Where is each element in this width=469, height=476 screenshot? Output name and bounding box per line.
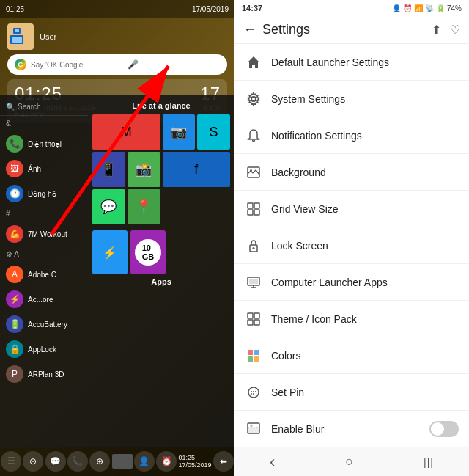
- list-item-photos[interactable]: 🖼 Ảnh: [0, 156, 88, 181]
- settings-item-theme-icon-pack[interactable]: Theme / Icon Pack: [234, 301, 469, 337]
- list-item-clock[interactable]: 🕐 Đồng hồ: [0, 181, 88, 206]
- search-icon: 🔍: [6, 103, 15, 111]
- notification-settings-label: Notification Settings: [271, 130, 459, 142]
- app-icon: 💪: [6, 225, 23, 243]
- person-icon[interactable]: 👤: [134, 451, 155, 472]
- svg-point-14: [253, 247, 255, 249]
- share-button[interactable]: ⬆: [432, 23, 441, 37]
- app-drawer: 🔍 Search & 📞 Điện thoại 🖼 Ảnh 🕐 Đồng hồ …: [0, 95, 234, 447]
- tile-photos[interactable]: 📸: [128, 152, 160, 187]
- svg-rect-12: [254, 210, 259, 215]
- app-name: 7M Workout: [28, 230, 67, 238]
- app-list: 🔍 Search & 📞 Điện thoại 🖼 Ảnh 🕐 Đồng hồ …: [0, 95, 88, 447]
- left-panel: 01:25 17/05/2019 User G Say 'OK Google' …: [0, 0, 234, 476]
- favorite-button[interactable]: ♡: [450, 23, 460, 37]
- tile-facebook[interactable]: f: [163, 152, 231, 187]
- app-icon: 🔒: [6, 340, 23, 358]
- search-bar[interactable]: G Say 'OK Google' 🎤: [7, 54, 227, 75]
- apps-label: Apps: [91, 274, 232, 289]
- enable-blur-toggle[interactable]: [429, 421, 459, 437]
- background-icon: [245, 164, 262, 181]
- app-icon: 🖼: [6, 160, 23, 177]
- right-panel: 14:37 👤 ⏰ 📶 📡 🔋 74% ← Settings ⬆ ♡ Defau…: [234, 0, 469, 476]
- settings-title: Settings: [262, 22, 310, 37]
- settings-list: Default Launcher SettingsSystem Settings…: [234, 44, 469, 447]
- colors-label: Colors: [271, 350, 459, 362]
- svg-point-26: [251, 391, 252, 392]
- app-icon: A: [6, 266, 23, 283]
- lock-screen-icon: [245, 237, 262, 255]
- svg-rect-20: [254, 320, 259, 325]
- tile-skype[interactable]: S: [197, 114, 230, 150]
- tile-gmail[interactable]: M: [92, 114, 160, 150]
- settings-item-enable-blur[interactable]: Enable Blur: [234, 411, 469, 447]
- google-logo: G: [15, 59, 26, 70]
- app-name: Ảnh: [28, 165, 41, 173]
- settings-item-computer-launcher-apps[interactable]: Computer Launcher Apps: [234, 264, 469, 301]
- list-item-settings: ⚙ A: [0, 246, 88, 262]
- settings-item-grid-view-size[interactable]: Grid View Size: [234, 191, 469, 227]
- right-bottom-nav: ‹ ○ |||: [234, 447, 469, 476]
- theme-icon-pack-icon: [245, 310, 262, 328]
- computer-launcher-apps-icon: [245, 274, 262, 291]
- list-item-accubattery[interactable]: 🔋 AccuBattery: [0, 312, 88, 337]
- search-row[interactable]: 🔍 Search: [0, 98, 88, 116]
- settings-item-set-pin[interactable]: Set Pin: [234, 374, 469, 411]
- computer-launcher-apps-label: Computer Launcher Apps: [271, 277, 459, 288]
- tile-large-circle[interactable]: 10GB: [130, 230, 166, 274]
- svg-rect-2: [15, 29, 19, 32]
- left-status-time: 01:25: [6, 5, 24, 13]
- list-item-applock[interactable]: 🔒 AppLock: [0, 337, 88, 362]
- list-item-adobe[interactable]: A Adobe C: [0, 262, 88, 287]
- life-glance-label: Life at a glance: [91, 98, 232, 113]
- battery-icon: 🔋: [436, 4, 445, 12]
- svg-rect-19: [248, 320, 253, 325]
- settings-item-notification-settings[interactable]: Notification Settings: [234, 117, 469, 154]
- app-name: AccuBattery: [28, 321, 67, 329]
- tile-whatsapp[interactable]: 💬: [92, 189, 125, 224]
- tile-camera[interactable]: 📷: [163, 114, 196, 150]
- list-item: &: [0, 116, 88, 131]
- svg-point-29: [251, 393, 252, 395]
- settings-header-left: ← Settings: [243, 22, 310, 37]
- chat-icon[interactable]: 💬: [45, 451, 66, 472]
- settings-item-system-settings[interactable]: System Settings: [234, 81, 469, 117]
- phone-icon[interactable]: 📞: [67, 451, 88, 472]
- app-name: Adobe C: [28, 271, 56, 279]
- app-name: AppLock: [28, 345, 56, 354]
- tile-app1[interactable]: 📱: [92, 152, 125, 187]
- left-bottom-nav: ☰ ⊙ 💬 📞 ⊕ 👤 ⏰ 01:25 17/05/2019 ⬅: [0, 447, 234, 476]
- settings-item-lock-screen[interactable]: Lock Screen: [234, 227, 469, 264]
- home-nav-button[interactable]: ○: [330, 451, 368, 472]
- recents-nav-button[interactable]: |||: [409, 453, 448, 471]
- back-icon[interactable]: ⬅: [213, 451, 234, 472]
- settings-item-background[interactable]: Background: [234, 154, 469, 191]
- svg-rect-22: [254, 350, 259, 355]
- mic-icon: 🎤: [128, 59, 220, 70]
- app-name: ARPlan 3D: [28, 370, 64, 378]
- tile-area: Life at a glance M 📷 S 📱 📸 f 💬 📍 ⚡ 10GB: [88, 95, 234, 447]
- tile-large-battery[interactable]: ⚡: [92, 230, 128, 274]
- tile-grid: M 📷 S 📱 📸 f 💬 📍: [91, 113, 232, 226]
- signal-icon: 📶: [414, 4, 423, 12]
- settings-item-default-launcher[interactable]: Default Launcher Settings: [234, 44, 469, 81]
- svg-rect-24: [254, 356, 259, 362]
- circle-icon[interactable]: ⊙: [23, 451, 43, 472]
- svg-point-32: [250, 424, 253, 427]
- tile-maps[interactable]: 📍: [128, 189, 160, 224]
- set-pin-icon: [245, 384, 262, 401]
- list-item-workout[interactable]: 💪 7M Workout: [0, 221, 88, 246]
- system-settings-label: System Settings: [271, 93, 459, 105]
- settings-item-colors[interactable]: Colors: [234, 337, 469, 374]
- back-nav-button[interactable]: ‹: [255, 450, 289, 475]
- time-icon[interactable]: ⏰: [156, 451, 177, 472]
- list-item-acore[interactable]: ⚡ Ac...ore: [0, 287, 88, 312]
- svg-rect-23: [248, 356, 253, 362]
- right-status-icons: 👤 ⏰ 📶 📡 🔋 74%: [392, 4, 462, 12]
- list-item-arplan[interactable]: P ARPlan 3D: [0, 362, 88, 387]
- menu-icon[interactable]: ☰: [1, 451, 21, 472]
- back-button[interactable]: ←: [243, 22, 256, 37]
- list-item-phone[interactable]: 📞 Điện thoại: [0, 131, 88, 156]
- plus-icon[interactable]: ⊕: [89, 451, 110, 472]
- person-status-icon: 👤: [392, 4, 401, 12]
